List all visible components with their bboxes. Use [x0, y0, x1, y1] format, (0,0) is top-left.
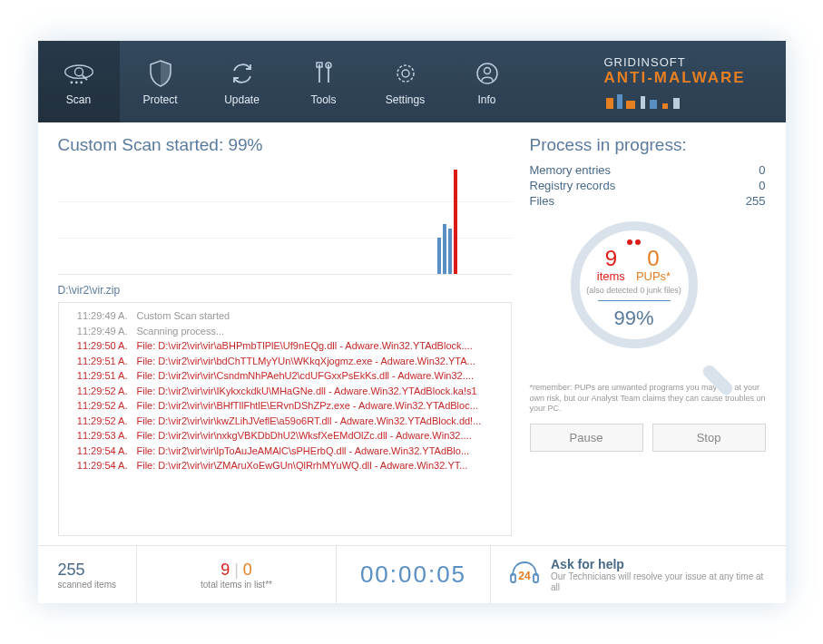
- log-row: 11:29:52 A.File: D:\vir2\vir\vir\kwZLihJ…: [66, 414, 504, 429]
- log-row: 11:29:52 A.File: D:\vir2\vir\vir\BHfTllF…: [66, 398, 504, 414]
- nav-info[interactable]: Info: [446, 41, 528, 122]
- stat-row: Memory entries0: [530, 162, 766, 178]
- current-file-path: D:\vir2\vir.zip: [58, 284, 512, 297]
- svg-point-1: [74, 68, 83, 76]
- stat-row: Registry records0: [530, 178, 766, 193]
- nav-protect[interactable]: Protect: [120, 41, 201, 122]
- nav-tools-label: Tools: [310, 93, 336, 106]
- svg-point-5: [80, 82, 83, 84]
- nav-tools[interactable]: Tools: [283, 41, 365, 122]
- gear-icon: [389, 57, 422, 90]
- log-row: 11:29:52 A.File: D:\vir2\vir\vir\IKykxck…: [66, 384, 504, 399]
- help-subtitle: Our Technicians will resolve your issue …: [551, 571, 769, 593]
- stat-row: Files255: [530, 193, 766, 209]
- progress-title: Process in progress:: [530, 135, 766, 155]
- svg-point-13: [484, 68, 490, 74]
- scan-status-title: Custom Scan started: 99%: [58, 135, 512, 155]
- elapsed-time: 00:00:05: [360, 561, 466, 589]
- svg-rect-15: [617, 94, 622, 109]
- headset-icon: 24: [507, 558, 542, 592]
- total-items-count: 9 | 0: [220, 561, 252, 580]
- pups-label: PUPs*: [636, 269, 671, 283]
- ask-for-help[interactable]: 24 Ask for help Our Technicians will res…: [491, 557, 786, 593]
- brand: GRIDINSOFT ANTI-MALWARE: [604, 55, 786, 109]
- elapsed-time-cell: 00:00:05: [337, 546, 491, 603]
- help-title: Ask for help: [551, 557, 769, 571]
- svg-rect-17: [641, 96, 645, 109]
- tools-icon: [308, 57, 340, 90]
- shield-icon: [144, 57, 177, 90]
- progress-percent: 99%: [613, 307, 653, 330]
- header: Scan Protect Update Tools: [38, 41, 786, 122]
- log-row: 11:29:51 A.File: D:\vir2\vir\vir\CsndmNh…: [66, 368, 504, 384]
- svg-point-3: [70, 82, 73, 84]
- scan-icon: [63, 57, 95, 90]
- nav-scan[interactable]: Scan: [38, 41, 120, 122]
- nav-protect-label: Protect: [142, 93, 177, 106]
- result-gauge: 9 items 0 PUPs* (also detected 0 junk fi…: [571, 221, 725, 376]
- nav-bar: Scan Protect Update Tools: [38, 41, 528, 122]
- right-column: Process in progress: Memory entries0Regi…: [530, 135, 766, 536]
- activity-chart: [58, 166, 512, 275]
- total-items-cell: 9 | 0 total items in list**: [137, 546, 337, 603]
- chart-bar: [437, 238, 441, 274]
- update-icon: [226, 57, 259, 90]
- svg-rect-18: [650, 100, 657, 109]
- pause-button[interactable]: Pause: [530, 424, 643, 452]
- items-label: items: [597, 269, 625, 283]
- svg-rect-14: [606, 98, 613, 109]
- nav-settings-label: Settings: [386, 93, 425, 106]
- items-count: 9: [597, 248, 625, 269]
- log-row: 11:29:49 A.Custom Scan started: [66, 308, 504, 324]
- nav-info-label: Info: [477, 93, 495, 106]
- junk-detected-label: (also detected 0 junk files): [586, 286, 681, 295]
- log-row: 11:29:53 A.File: D:\vir2\vir\vir\nxkgVBK…: [66, 428, 504, 444]
- scanned-items-cell: 255 scanned items: [38, 546, 137, 603]
- nav-update-label: Update: [224, 93, 260, 106]
- brand-name: GRIDINSOFT: [604, 55, 768, 69]
- svg-rect-16: [626, 101, 635, 109]
- left-column: Custom Scan started: 99% D:\vir2\vir.zip…: [58, 135, 512, 536]
- info-icon: [471, 57, 504, 90]
- log-row: 11:29:54 A.File: D:\vir2\vir\vir\lpToAuJ…: [66, 444, 504, 459]
- app-window: Scan Protect Update Tools: [38, 41, 786, 603]
- chart-bar: [448, 229, 452, 274]
- nav-scan-label: Scan: [66, 93, 91, 106]
- svg-rect-19: [662, 103, 668, 109]
- svg-rect-20: [673, 98, 680, 109]
- stop-button[interactable]: Stop: [652, 424, 766, 452]
- progress-stats: Memory entries0Registry records0Files255: [530, 162, 766, 209]
- svg-point-4: [74, 82, 77, 84]
- content: Custom Scan started: 99% D:\vir2\vir.zip…: [38, 122, 786, 545]
- svg-point-10: [397, 65, 414, 82]
- log-row: 11:29:51 A.File: D:\vir2\vir\vir\bdChTTL…: [66, 354, 504, 369]
- log-row: 11:29:50 A.File: D:\vir2\vir\vir\aBHPmbT…: [66, 338, 504, 354]
- log-row: 11:29:54 A.File: D:\vir2\vir\vir\ZMAruXo…: [66, 458, 504, 473]
- svg-point-11: [402, 70, 409, 77]
- total-items-label: total items in list**: [201, 580, 272, 590]
- scanned-items-label: scanned items: [58, 580, 116, 590]
- log-row: 11:29:49 A.Scanning process...: [66, 324, 504, 339]
- brand-product: ANTI-MALWARE: [604, 69, 768, 87]
- brand-decoration: [604, 93, 768, 109]
- chart-bar: [443, 224, 446, 274]
- footer: 255 scanned items 9 | 0 total items in l…: [38, 545, 786, 603]
- scan-log[interactable]: 11:29:49 A.Custom Scan started11:29:49 A…: [58, 302, 512, 536]
- scanned-items-count: 255: [58, 561, 116, 580]
- svg-text:24: 24: [518, 570, 531, 582]
- pups-count: 0: [636, 248, 671, 269]
- chart-bar: [454, 170, 457, 274]
- nav-update[interactable]: Update: [201, 41, 283, 122]
- nav-settings[interactable]: Settings: [365, 41, 446, 122]
